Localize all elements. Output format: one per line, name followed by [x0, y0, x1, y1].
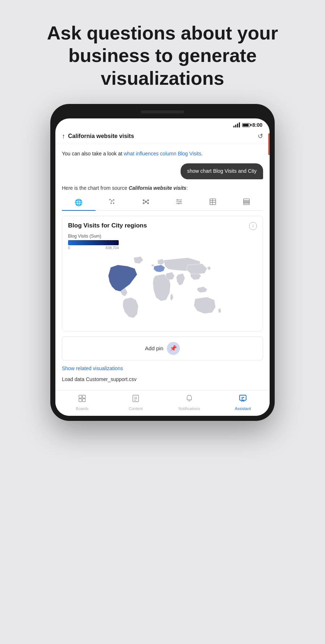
add-pin-label: Add pin [145, 345, 164, 351]
svg-point-8 [143, 202, 144, 204]
legend-scale: 0 838,704 [68, 246, 119, 250]
chart-legend: Blog Visits (Sum) 0 838,704 [68, 234, 257, 250]
load-data-label: Load data Customer_support.csv [62, 376, 263, 382]
hero-section: Ask questions about your business to gen… [0, 0, 325, 104]
nav-label-assistant: Assistant [235, 406, 251, 411]
chart-tabs: 🌐 [62, 195, 263, 211]
refresh-icon[interactable]: ↺ [258, 132, 263, 140]
info-icon[interactable]: i [249, 222, 257, 230]
legend-min: 0 [68, 246, 70, 250]
status-time: 8:00 [252, 122, 262, 128]
filter-icon [176, 198, 183, 207]
boards-icon [78, 394, 86, 405]
chart-tab-scatter[interactable] [96, 195, 129, 211]
nav-item-notifications[interactable]: Notifications [162, 390, 216, 416]
chart-tab-filter[interactable] [162, 195, 196, 211]
app-header: ↑ California website visits ↺ [55, 129, 270, 144]
svg-rect-25 [79, 395, 82, 398]
world-map [68, 253, 257, 325]
status-bar: 8:00 [55, 118, 270, 129]
hero-title: Ask questions about your business to gen… [29, 22, 296, 89]
nav-label-notifications: Notifications [178, 406, 200, 411]
svg-rect-27 [79, 399, 82, 402]
content-icon [131, 394, 140, 405]
svg-point-9 [147, 202, 149, 204]
svg-rect-29 [133, 395, 139, 402]
phone-mockup: 8:00 ↑ California website visits ↺ You c… [50, 104, 275, 421]
scatter-icon [109, 198, 116, 207]
signal-icon [233, 122, 240, 127]
legend-max: 838,704 [106, 246, 119, 250]
svg-rect-20 [244, 199, 249, 205]
svg-point-4 [113, 202, 114, 204]
user-message: show chart Blog Visits and City [181, 163, 263, 179]
legend-gradient-bar [68, 240, 119, 245]
assistant-icon [239, 394, 247, 405]
chat-area: You can also take a look at what influen… [55, 144, 270, 390]
chart-tab-globe[interactable]: 🌐 [62, 195, 96, 211]
globe-icon: 🌐 [75, 198, 83, 206]
chart-source-label: Here is the chart from source California… [62, 185, 263, 191]
table2-icon [243, 198, 250, 207]
svg-point-6 [143, 199, 144, 201]
svg-rect-26 [83, 395, 85, 398]
pin-icon: 📌 [167, 342, 180, 355]
nav-label-content: Content [129, 406, 143, 411]
chart-tab-table1[interactable] [196, 195, 230, 211]
chart-card: Blog Visits for City regions i Blog Visi… [62, 216, 263, 331]
svg-rect-34 [240, 395, 246, 400]
header-left: ↑ California website visits [62, 133, 134, 140]
battery-icon [242, 123, 250, 127]
svg-point-1 [111, 200, 113, 202]
chart-tab-table2[interactable] [229, 195, 263, 211]
nav-label-boards: Boards [76, 406, 89, 411]
svg-point-3 [110, 202, 112, 204]
cluster-icon [142, 198, 149, 207]
nav-item-content[interactable]: Content [109, 390, 162, 416]
chart-title-row: Blog Visits for City regions i [68, 222, 257, 230]
svg-point-7 [147, 199, 149, 201]
scroll-indicator [268, 133, 270, 155]
back-icon[interactable]: ↑ [62, 133, 65, 140]
table1-icon [209, 198, 216, 207]
svg-point-5 [145, 201, 147, 203]
svg-point-0 [109, 199, 111, 200]
notifications-icon [185, 394, 194, 405]
world-map-svg [68, 253, 257, 325]
assistant-message: You can also take a look at what influen… [62, 150, 263, 158]
svg-rect-28 [83, 399, 85, 402]
user-message-wrap: show chart Blog Visits and City [62, 163, 263, 179]
nav-item-assistant[interactable]: Assistant [216, 390, 270, 416]
add-pin-row[interactable]: Add pin 📌 [62, 336, 263, 360]
bottom-nav: Boards Content [55, 390, 270, 416]
phone-outer: 8:00 ↑ California website visits ↺ You c… [50, 104, 275, 421]
app-title: California website visits [68, 133, 134, 139]
legend-label: Blog Visits (Sum) [68, 234, 257, 239]
show-related-link[interactable]: Show related visualizations [62, 365, 263, 371]
phone-screen: 8:00 ↑ California website visits ↺ You c… [55, 118, 270, 416]
svg-rect-16 [210, 199, 216, 205]
chart-tab-cluster[interactable] [129, 195, 162, 211]
svg-point-2 [113, 199, 114, 201]
nav-item-boards[interactable]: Boards [55, 390, 109, 416]
chart-title: Blog Visits for City regions [68, 222, 147, 229]
blog-visits-link[interactable]: what influences column Blog Visits [124, 151, 202, 156]
phone-speaker [141, 110, 184, 113]
